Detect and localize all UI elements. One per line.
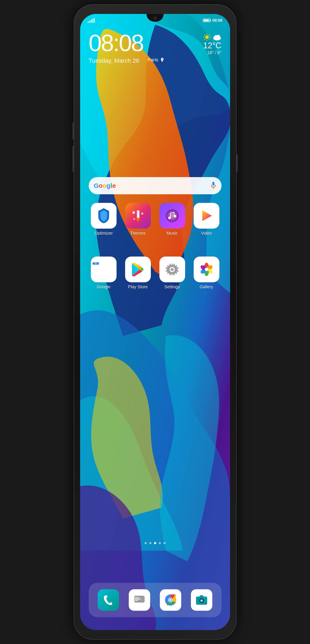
gallery-label: Gallery bbox=[200, 284, 213, 289]
status-right-area: 08:08 bbox=[203, 18, 222, 23]
video-label: Video bbox=[201, 231, 212, 236]
weather-area: 12°C 18° / 8° bbox=[203, 33, 222, 55]
svg-rect-16 bbox=[137, 210, 140, 219]
phone-screen: 08:08 08:08 Tuesday, March 26 Paris bbox=[80, 14, 230, 630]
dock-phone[interactable] bbox=[98, 589, 119, 611]
phone-device: 08:08 08:08 Tuesday, March 26 Paris bbox=[74, 4, 237, 640]
page-dot-3[interactable] bbox=[154, 542, 156, 544]
playstore-label: Play Store bbox=[128, 284, 148, 289]
app-row-2: G Google bbox=[80, 256, 230, 289]
svg-point-19 bbox=[141, 212, 143, 215]
svg-point-40 bbox=[169, 599, 172, 601]
optimizer-icon[interactable] bbox=[91, 203, 117, 228]
status-bar-time: 08:08 bbox=[212, 18, 222, 23]
gallery-icon[interactable] bbox=[194, 256, 219, 282]
svg-point-45 bbox=[201, 600, 202, 601]
app-themes[interactable]: Themes bbox=[123, 203, 153, 236]
power-button[interactable] bbox=[237, 154, 238, 172]
page-dot-5[interactable] bbox=[163, 542, 165, 544]
app-music[interactable]: Music bbox=[157, 203, 187, 236]
volume-down-button[interactable] bbox=[72, 146, 74, 172]
battery-fill bbox=[204, 20, 209, 21]
settings-icon[interactable] bbox=[159, 256, 185, 282]
app-settings[interactable]: Settings bbox=[157, 256, 187, 289]
weather-range: 18° / 8° bbox=[203, 50, 222, 55]
weather-temp: 12°C bbox=[203, 41, 222, 50]
svg-rect-35 bbox=[135, 599, 141, 599]
svg-point-1 bbox=[205, 36, 209, 39]
svg-rect-34 bbox=[135, 598, 139, 598]
clock-time: 08:08 bbox=[89, 31, 164, 55]
dock-chrome[interactable] bbox=[160, 589, 181, 611]
svg-rect-46 bbox=[203, 598, 206, 599]
app-gallery[interactable]: Gallery bbox=[191, 256, 222, 289]
svg-point-18 bbox=[132, 211, 135, 214]
themes-icon[interactable] bbox=[125, 203, 151, 228]
wallpaper bbox=[80, 14, 230, 630]
battery-icon bbox=[203, 19, 210, 22]
app-video[interactable]: Video bbox=[191, 203, 222, 236]
svg-line-6 bbox=[204, 35, 205, 36]
app-playstore[interactable]: Play Store bbox=[123, 256, 153, 289]
volume-up-button[interactable] bbox=[72, 122, 74, 140]
optimizer-label: Optimizer bbox=[95, 231, 113, 236]
svg-point-21 bbox=[166, 209, 179, 222]
svg-line-9 bbox=[204, 39, 205, 40]
svg-point-32 bbox=[205, 268, 208, 271]
playstore-icon[interactable] bbox=[125, 256, 151, 282]
app-dock bbox=[89, 583, 222, 617]
music-label: Music bbox=[166, 231, 178, 236]
google-folder-icon[interactable]: G bbox=[91, 256, 117, 282]
front-camera bbox=[154, 16, 156, 20]
svg-line-7 bbox=[209, 39, 209, 40]
themes-label: Themes bbox=[130, 231, 146, 236]
dock-messages[interactable] bbox=[129, 589, 150, 611]
svg-point-20 bbox=[134, 218, 135, 220]
page-dot-4[interactable] bbox=[159, 542, 161, 544]
music-icon[interactable] bbox=[159, 203, 185, 228]
signal-icon bbox=[88, 18, 95, 23]
svg-rect-17 bbox=[137, 218, 140, 220]
google-label: Google bbox=[97, 284, 111, 289]
page-dot-2[interactable] bbox=[149, 542, 152, 544]
weather-icons bbox=[203, 33, 222, 41]
svg-line-8 bbox=[209, 35, 209, 36]
app-row-1: Optimizer The bbox=[80, 203, 230, 236]
google-logo: Google bbox=[94, 182, 116, 189]
video-icon[interactable] bbox=[194, 203, 219, 228]
clock-location: Paris bbox=[144, 57, 164, 63]
page-dots bbox=[80, 542, 230, 544]
battery-indicator bbox=[203, 19, 210, 22]
google-search-bar[interactable]: Google bbox=[89, 177, 222, 194]
svg-point-12 bbox=[216, 35, 220, 39]
clock-area: 08:08 Tuesday, March 26 Paris bbox=[89, 31, 164, 64]
mic-icon[interactable] bbox=[210, 182, 216, 190]
dock-camera[interactable] bbox=[191, 589, 212, 611]
app-optimizer[interactable]: Optimizer bbox=[89, 203, 119, 236]
svg-point-25 bbox=[171, 268, 174, 271]
settings-label: Settings bbox=[164, 284, 180, 289]
svg-rect-36 bbox=[135, 600, 138, 601]
svg-rect-13 bbox=[212, 182, 214, 186]
page-dot-1[interactable] bbox=[145, 542, 147, 544]
clock-date: Tuesday, March 26 bbox=[89, 57, 140, 64]
app-google[interactable]: G Google bbox=[89, 256, 119, 289]
